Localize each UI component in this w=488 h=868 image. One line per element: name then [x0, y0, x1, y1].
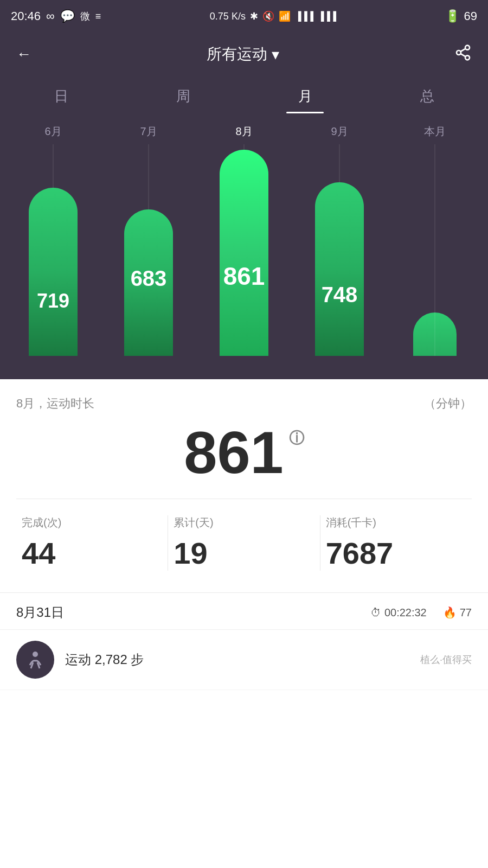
- info-icon[interactable]: ⓘ: [289, 431, 304, 446]
- stats-item-label-2: 消耗(千卡): [326, 515, 466, 530]
- bar-value-1: 683: [131, 266, 167, 291]
- svg-point-1: [457, 50, 461, 55]
- dropdown-icon[interactable]: ▾: [272, 46, 279, 63]
- activity-meta-0: ⏱ 00:22:32 🔥 77: [370, 606, 472, 619]
- network-speed: 0.75 K/s: [210, 11, 246, 22]
- chart-label-1: 7月: [111, 124, 187, 139]
- stats-item-label-1: 累计(天): [174, 515, 314, 530]
- stats-section: 8月，运动时长 （分钟） 861 ⓘ 完成(次) 44 累计(天) 19 消耗(…: [0, 379, 488, 592]
- svg-line-3: [460, 54, 465, 56]
- stats-item-value-2: 7687: [326, 535, 466, 571]
- status-right: 🔋 69: [445, 9, 477, 23]
- stats-month-label: 8月，运动时长: [16, 395, 94, 412]
- activity-desc-0: 运动 2,782 步: [65, 651, 144, 668]
- svg-point-0: [465, 45, 470, 49]
- chart-label-3: 9月: [301, 124, 377, 139]
- tab-bar: 日 周 月 总: [0, 76, 488, 113]
- stats-item-value-1: 19: [174, 535, 314, 571]
- stats-header: 8月，运动时长 （分钟）: [16, 395, 472, 412]
- chart-bar-1[interactable]: 683: [111, 144, 187, 356]
- tab-total[interactable]: 总: [404, 81, 451, 113]
- stats-item-value-0: 44: [22, 535, 162, 571]
- activity-calories-value: 77: [460, 607, 472, 619]
- activity-calories: 🔥 77: [443, 606, 472, 619]
- back-button[interactable]: ←: [16, 46, 31, 63]
- volume-icon: 🔇: [262, 10, 274, 22]
- stats-divider: [16, 499, 472, 499]
- stats-main-number: 861: [184, 423, 284, 482]
- status-center: 0.75 K/s ✱ 🔇 📶 ▐▐▐ ▐▐▐: [210, 10, 336, 22]
- message-icon: 💬: [60, 9, 75, 23]
- chart-label-0: 6月: [15, 124, 91, 139]
- wifi-icon: 📶: [279, 10, 291, 22]
- activity-time-value: 00:22:32: [384, 607, 427, 619]
- tab-week[interactable]: 周: [160, 81, 207, 113]
- svg-line-4: [460, 48, 465, 51]
- chart-bar-0[interactable]: 719: [15, 144, 91, 356]
- news-icon: ≡: [95, 11, 101, 22]
- battery-icon: 🔋: [445, 9, 460, 23]
- bar-2: 861: [220, 150, 268, 356]
- stats-item-0: 完成(次) 44: [16, 515, 168, 571]
- bar-3: 748: [315, 182, 364, 356]
- infinity-icon: ∞: [46, 9, 55, 23]
- activity-avatar-0: [16, 641, 54, 679]
- battery-level: 69: [464, 9, 477, 23]
- tab-day[interactable]: 日: [38, 81, 85, 113]
- activity-date-row-0: 8月31日 ⏱ 00:22:32 🔥 77: [0, 593, 488, 630]
- activity-item-0[interactable]: 运动 2,782 步 植么·值得买: [0, 630, 488, 690]
- bar-value-0: 719: [37, 290, 69, 312]
- activity-source-0: 植么·值得买: [420, 653, 472, 666]
- stats-item-1: 累计(天) 19: [168, 515, 320, 571]
- svg-point-2: [465, 55, 470, 60]
- header: ← 所有运动 ▾: [0, 33, 488, 76]
- bar-value-3: 748: [322, 283, 358, 307]
- fire-icon: 🔥: [443, 606, 457, 619]
- stats-item-label-0: 完成(次): [22, 515, 162, 530]
- chart-bar-2[interactable]: 861: [206, 144, 282, 356]
- chart-bars: 719 683 861 748: [0, 144, 488, 356]
- stats-row: 完成(次) 44 累计(天) 19 消耗(千卡) 7687: [16, 510, 472, 582]
- share-button[interactable]: [454, 44, 472, 65]
- chart-bar-4[interactable]: [397, 144, 473, 356]
- clock-icon: ⏱: [370, 607, 381, 619]
- activity-time: ⏱ 00:22:32: [370, 607, 427, 619]
- stats-unit: （分钟）: [424, 395, 472, 412]
- header-title-text: 所有运动: [207, 44, 267, 65]
- status-bar: 20:46 ∞ 💬 微 ≡ 0.75 K/s ✱ 🔇 📶 ▐▐▐ ▐▐▐ 🔋 6…: [0, 0, 488, 33]
- header-title: 所有运动 ▾: [207, 44, 279, 65]
- bar-1: 683: [124, 209, 173, 356]
- activity-section: 8月31日 ⏱ 00:22:32 🔥 77 运动 2,782 步 植么·值得买: [0, 592, 488, 690]
- tab-month[interactable]: 月: [282, 81, 329, 113]
- signal-icon-1: ▐▐▐: [295, 11, 313, 21]
- chart-bar-3[interactable]: 748: [301, 144, 377, 356]
- chart-area: 6月 7月 8月 9月 本月 719 683 861 748: [0, 113, 488, 379]
- bar-4: [413, 312, 457, 356]
- svg-point-5: [33, 652, 38, 657]
- bar-value-2: 861: [223, 261, 265, 291]
- chart-label-2: 8月: [206, 124, 282, 139]
- stats-item-2: 消耗(千卡) 7687: [320, 515, 472, 571]
- bar-0: 719: [29, 188, 78, 356]
- weibo-icon: 微: [80, 10, 90, 23]
- chart-labels: 6月 7月 8月 9月 本月: [0, 124, 488, 139]
- bluetooth-icon: ✱: [250, 10, 258, 22]
- signal-icon-2: ▐▐▐: [318, 11, 336, 21]
- status-time: 20:46: [11, 9, 41, 23]
- stats-main-value: 861 ⓘ: [16, 423, 472, 482]
- chart-label-4: 本月: [397, 124, 473, 139]
- status-left: 20:46 ∞ 💬 微 ≡: [11, 9, 101, 23]
- activity-date-0: 8月31日: [16, 604, 64, 621]
